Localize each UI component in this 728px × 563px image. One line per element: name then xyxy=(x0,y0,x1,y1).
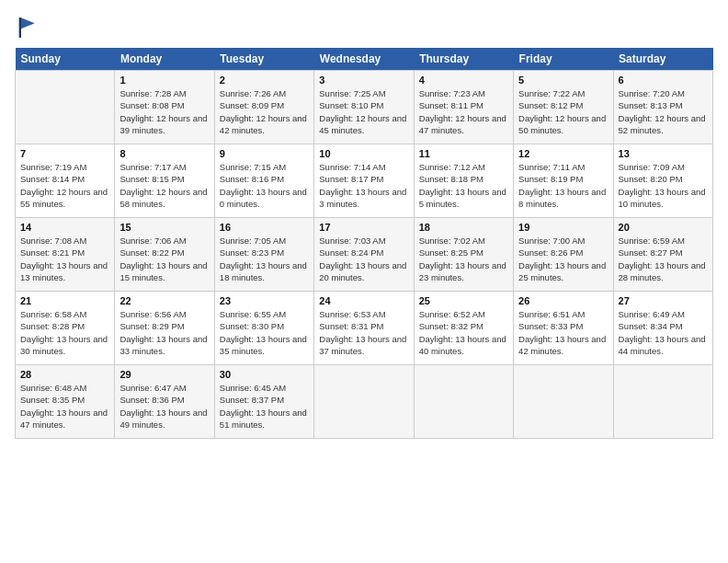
day-info: Sunrise: 7:19 AMSunset: 8:14 PMDaylight:… xyxy=(20,161,109,210)
day-number: 21 xyxy=(20,295,109,306)
day-number: 4 xyxy=(419,75,508,86)
calendar-cell: 22Sunrise: 6:56 AMSunset: 8:29 PMDayligh… xyxy=(115,292,214,365)
day-info: Sunrise: 7:23 AMSunset: 8:11 PMDaylight:… xyxy=(419,87,508,136)
header-saturday: Saturday xyxy=(613,48,712,71)
day-info: Sunrise: 6:52 AMSunset: 8:32 PMDaylight:… xyxy=(419,308,508,357)
header-thursday: Thursday xyxy=(414,48,513,71)
day-number: 15 xyxy=(119,222,209,233)
day-info: Sunrise: 6:49 AMSunset: 8:34 PMDaylight:… xyxy=(619,308,708,357)
day-info: Sunrise: 7:06 AMSunset: 8:22 PMDaylight:… xyxy=(119,235,209,283)
calendar-cell: 24Sunrise: 6:53 AMSunset: 8:31 PMDayligh… xyxy=(314,292,414,365)
calendar-cell xyxy=(16,71,115,144)
calendar-cell xyxy=(613,365,712,439)
day-number: 10 xyxy=(319,148,408,159)
calendar-cell: 28Sunrise: 6:48 AMSunset: 8:35 PMDayligh… xyxy=(16,365,115,439)
calendar-cell: 16Sunrise: 7:05 AMSunset: 8:23 PMDayligh… xyxy=(214,218,313,292)
calendar-cell: 13Sunrise: 7:09 AMSunset: 8:20 PMDayligh… xyxy=(613,144,712,218)
svg-rect-2 xyxy=(19,17,21,38)
day-info: Sunrise: 6:55 AMSunset: 8:30 PMDaylight:… xyxy=(220,308,309,357)
day-number: 11 xyxy=(419,148,508,159)
day-info: Sunrise: 7:22 AMSunset: 8:12 PMDaylight:… xyxy=(518,87,608,136)
day-info: Sunrise: 7:25 AMSunset: 8:10 PMDaylight:… xyxy=(319,87,408,136)
day-info: Sunrise: 7:14 AMSunset: 8:17 PMDaylight:… xyxy=(319,161,408,210)
calendar-week-row: 7Sunrise: 7:19 AMSunset: 8:14 PMDaylight… xyxy=(16,144,713,218)
calendar-cell: 18Sunrise: 7:02 AMSunset: 8:25 PMDayligh… xyxy=(414,218,513,292)
day-number: 17 xyxy=(319,222,408,233)
day-number: 6 xyxy=(619,75,708,86)
generalblue-logo-icon xyxy=(15,15,40,40)
day-number: 22 xyxy=(119,295,209,306)
day-number: 30 xyxy=(220,369,309,380)
day-number: 29 xyxy=(119,369,209,380)
day-info: Sunrise: 7:09 AMSunset: 8:20 PMDaylight:… xyxy=(619,161,708,210)
calendar-cell: 23Sunrise: 6:55 AMSunset: 8:30 PMDayligh… xyxy=(214,292,313,365)
day-info: Sunrise: 6:53 AMSunset: 8:31 PMDaylight:… xyxy=(319,308,408,357)
day-info: Sunrise: 6:48 AMSunset: 8:35 PMDaylight:… xyxy=(20,382,109,431)
day-info: Sunrise: 7:02 AMSunset: 8:25 PMDaylight:… xyxy=(419,235,508,283)
day-number: 12 xyxy=(518,148,608,159)
day-info: Sunrise: 6:51 AMSunset: 8:33 PMDaylight:… xyxy=(518,308,608,357)
calendar-week-row: 28Sunrise: 6:48 AMSunset: 8:35 PMDayligh… xyxy=(16,365,713,439)
day-info: Sunrise: 7:28 AMSunset: 8:08 PMDaylight:… xyxy=(119,87,209,136)
day-info: Sunrise: 6:59 AMSunset: 8:27 PMDaylight:… xyxy=(619,235,708,283)
day-number: 24 xyxy=(319,295,408,306)
header-tuesday: Tuesday xyxy=(214,48,313,71)
day-number: 18 xyxy=(419,222,508,233)
calendar-cell: 26Sunrise: 6:51 AMSunset: 8:33 PMDayligh… xyxy=(514,292,613,365)
header-friday: Friday xyxy=(514,48,613,71)
day-number: 27 xyxy=(619,295,708,306)
day-number: 9 xyxy=(220,148,309,159)
calendar-cell xyxy=(414,365,513,439)
day-number: 13 xyxy=(619,148,708,159)
calendar-cell: 27Sunrise: 6:49 AMSunset: 8:34 PMDayligh… xyxy=(613,292,712,365)
day-info: Sunrise: 7:00 AMSunset: 8:26 PMDaylight:… xyxy=(518,235,608,283)
day-number: 2 xyxy=(220,75,309,86)
day-info: Sunrise: 7:03 AMSunset: 8:24 PMDaylight:… xyxy=(319,235,408,283)
day-info: Sunrise: 6:45 AMSunset: 8:37 PMDaylight:… xyxy=(220,382,309,431)
header-wednesday: Wednesday xyxy=(314,48,414,71)
day-info: Sunrise: 7:12 AMSunset: 8:18 PMDaylight:… xyxy=(419,161,508,210)
calendar-cell: 3Sunrise: 7:25 AMSunset: 8:10 PMDaylight… xyxy=(314,71,414,144)
calendar-cell: 10Sunrise: 7:14 AMSunset: 8:17 PMDayligh… xyxy=(314,144,414,218)
calendar-header-row: SundayMondayTuesdayWednesdayThursdayFrid… xyxy=(16,48,713,71)
day-info: Sunrise: 7:15 AMSunset: 8:16 PMDaylight:… xyxy=(220,161,309,210)
calendar-cell: 12Sunrise: 7:11 AMSunset: 8:19 PMDayligh… xyxy=(514,144,613,218)
day-number: 20 xyxy=(619,222,708,233)
day-info: Sunrise: 6:47 AMSunset: 8:36 PMDaylight:… xyxy=(119,382,209,431)
calendar-cell: 21Sunrise: 6:58 AMSunset: 8:28 PMDayligh… xyxy=(16,292,115,365)
calendar-cell: 7Sunrise: 7:19 AMSunset: 8:14 PMDaylight… xyxy=(16,144,115,218)
day-number: 7 xyxy=(20,148,109,159)
day-number: 16 xyxy=(220,222,309,233)
day-info: Sunrise: 7:05 AMSunset: 8:23 PMDaylight:… xyxy=(220,235,309,283)
calendar-cell: 14Sunrise: 7:08 AMSunset: 8:21 PMDayligh… xyxy=(16,218,115,292)
day-number: 25 xyxy=(419,295,508,306)
day-number: 28 xyxy=(20,369,109,380)
calendar-cell: 20Sunrise: 6:59 AMSunset: 8:27 PMDayligh… xyxy=(613,218,712,292)
day-info: Sunrise: 7:08 AMSunset: 8:21 PMDaylight:… xyxy=(20,235,109,283)
calendar-cell: 29Sunrise: 6:47 AMSunset: 8:36 PMDayligh… xyxy=(115,365,214,439)
day-number: 3 xyxy=(319,75,408,86)
svg-rect-0 xyxy=(15,15,40,40)
calendar-cell: 9Sunrise: 7:15 AMSunset: 8:16 PMDaylight… xyxy=(214,144,313,218)
calendar-week-row: 14Sunrise: 7:08 AMSunset: 8:21 PMDayligh… xyxy=(16,218,713,292)
calendar-cell: 25Sunrise: 6:52 AMSunset: 8:32 PMDayligh… xyxy=(414,292,513,365)
calendar-cell: 8Sunrise: 7:17 AMSunset: 8:15 PMDaylight… xyxy=(115,144,214,218)
logo xyxy=(15,15,44,40)
header-monday: Monday xyxy=(115,48,214,71)
day-number: 26 xyxy=(518,295,608,306)
header xyxy=(15,15,713,40)
calendar-cell: 15Sunrise: 7:06 AMSunset: 8:22 PMDayligh… xyxy=(115,218,214,292)
calendar-cell: 6Sunrise: 7:20 AMSunset: 8:13 PMDaylight… xyxy=(613,71,712,144)
calendar-cell xyxy=(314,365,414,439)
day-info: Sunrise: 6:56 AMSunset: 8:29 PMDaylight:… xyxy=(119,308,209,357)
calendar-week-row: 21Sunrise: 6:58 AMSunset: 8:28 PMDayligh… xyxy=(16,292,713,365)
day-info: Sunrise: 7:11 AMSunset: 8:19 PMDaylight:… xyxy=(518,161,608,210)
day-number: 5 xyxy=(518,75,608,86)
calendar-cell: 30Sunrise: 6:45 AMSunset: 8:37 PMDayligh… xyxy=(214,365,313,439)
calendar-cell xyxy=(514,365,613,439)
day-number: 1 xyxy=(119,75,209,86)
calendar-cell: 1Sunrise: 7:28 AMSunset: 8:08 PMDaylight… xyxy=(115,71,214,144)
day-number: 23 xyxy=(220,295,309,306)
calendar-cell: 2Sunrise: 7:26 AMSunset: 8:09 PMDaylight… xyxy=(214,71,313,144)
day-info: Sunrise: 7:26 AMSunset: 8:09 PMDaylight:… xyxy=(220,87,309,136)
